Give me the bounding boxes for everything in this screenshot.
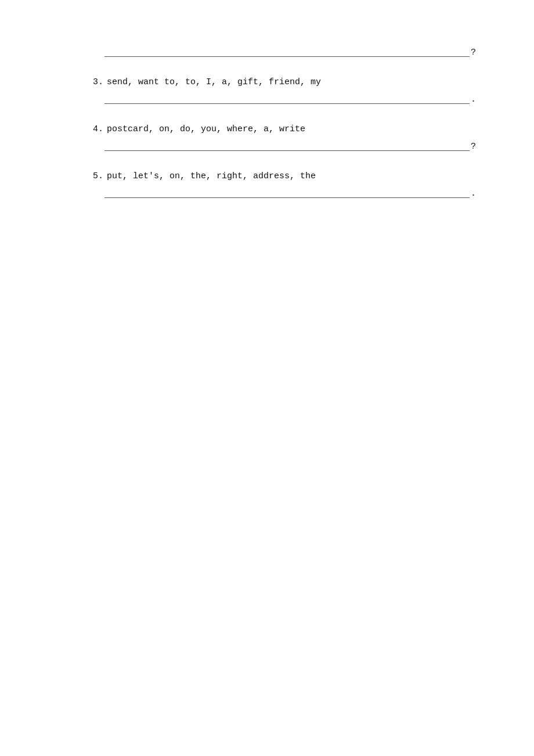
exercise-3-words-row: 3. send, want to, to, I, a, gift, friend… <box>93 74 476 90</box>
exercise-4-punctuation: ? <box>471 142 476 151</box>
exercise-3-number: 3. <box>93 74 103 90</box>
exercise-4-number: 4. <box>93 121 103 137</box>
exercise-4-answer-line[interactable] <box>104 141 470 151</box>
exercise-3-punctuation: . <box>471 95 476 104</box>
exercise-5-punctuation: . <box>471 189 476 198</box>
exercise-3-block: 3. send, want to, to, I, a, gift, friend… <box>93 74 476 104</box>
exercise-4-block: 4. postcard, on, do, you, where, a, writ… <box>93 121 476 151</box>
exercise-4-words: postcard, on, do, you, where, a, write <box>107 121 476 137</box>
top-punctuation: ? <box>471 48 476 57</box>
exercise-4-answer-row: ? <box>93 141 476 151</box>
exercise-3-answer-line[interactable] <box>104 93 470 104</box>
exercise-5-answer-row: . <box>93 188 476 198</box>
top-answer-line[interactable] <box>104 46 470 57</box>
exercise-5-number: 5. <box>93 168 103 184</box>
exercise-5-words-row: 5. put, let's, on, the, right, address, … <box>93 168 476 184</box>
top-answer-block: ? <box>93 46 476 57</box>
exercise-4-words-row: 4. postcard, on, do, you, where, a, writ… <box>93 121 476 137</box>
exercise-5-block: 5. put, let's, on, the, right, address, … <box>93 168 476 198</box>
exercise-5-answer-line[interactable] <box>104 188 470 198</box>
exercise-5-words: put, let's, on, the, right, address, the <box>107 168 476 184</box>
exercise-3-words: send, want to, to, I, a, gift, friend, m… <box>107 74 476 90</box>
top-answer-line-row: ? <box>93 46 476 57</box>
exercise-3-answer-row: . <box>93 93 476 104</box>
